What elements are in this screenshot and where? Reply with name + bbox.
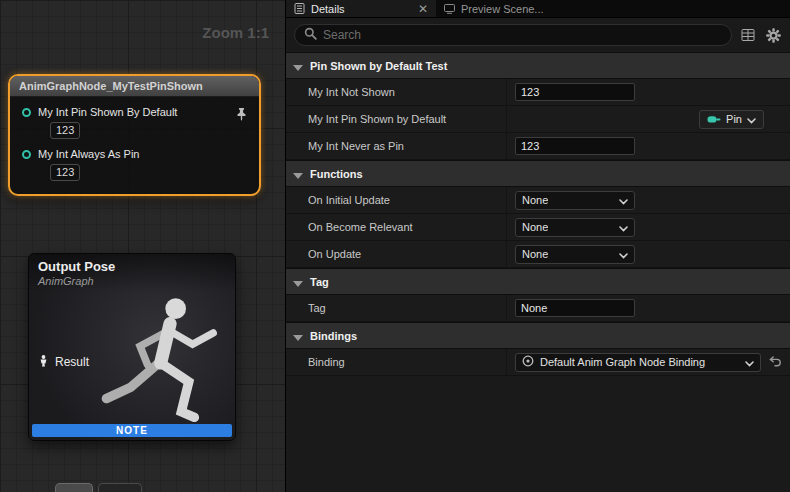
pin-icon bbox=[707, 110, 721, 128]
section-bindings[interactable]: Bindings bbox=[286, 322, 790, 349]
property-row-binding: Binding Default Anim Graph Node Binding bbox=[286, 349, 790, 376]
property-row-my-int-never-as-pin: My Int Never as Pin bbox=[286, 133, 790, 160]
search-icon bbox=[304, 26, 317, 44]
details-panel: Details ✕ Preview Scene... bbox=[286, 0, 790, 492]
property-value: Pin bbox=[506, 106, 790, 132]
binding-icon bbox=[522, 353, 534, 371]
on-initial-update-dropdown[interactable]: None bbox=[515, 191, 635, 210]
property-value: None bbox=[506, 187, 790, 213]
chevron-down-icon bbox=[619, 191, 628, 209]
result-pin-label: Result bbox=[55, 355, 89, 369]
section-title: Bindings bbox=[310, 330, 357, 342]
preview-scene-tab-icon bbox=[444, 0, 455, 18]
pin-label: My Int Pin Shown By Default bbox=[38, 106, 177, 118]
property-value: None bbox=[506, 214, 790, 240]
property-row-on-become-relevant: On Become Relevant None bbox=[286, 214, 790, 241]
pin-value-box[interactable]: 123 bbox=[50, 164, 80, 181]
tab-details[interactable]: Details ✕ bbox=[286, 0, 436, 17]
my-int-never-as-pin-input[interactable] bbox=[515, 137, 635, 155]
tab-preview-scene[interactable]: Preview Scene... bbox=[436, 0, 552, 17]
property-row-on-update: On Update None bbox=[286, 241, 790, 268]
pin-dropdown-value: Pin bbox=[726, 113, 742, 125]
section-functions[interactable]: Functions bbox=[286, 160, 790, 187]
search-bar bbox=[286, 18, 790, 52]
on-update-dropdown[interactable]: None bbox=[515, 245, 635, 264]
property-value: None bbox=[506, 241, 790, 267]
property-value bbox=[506, 79, 790, 105]
dropdown-value: None bbox=[522, 248, 548, 260]
tab-details-label: Details bbox=[311, 3, 345, 15]
property-label: My Int Never as Pin bbox=[286, 140, 506, 152]
details-tab-icon bbox=[294, 0, 305, 18]
property-label: Tag bbox=[286, 302, 506, 314]
settings-gear-icon[interactable] bbox=[764, 26, 782, 44]
pin-visibility-dropdown[interactable]: Pin bbox=[699, 110, 764, 129]
on-become-relevant-dropdown[interactable]: None bbox=[515, 218, 635, 237]
note-banner[interactable]: NOTE bbox=[32, 424, 232, 437]
pin-label: My Int Always As Pin bbox=[38, 148, 139, 160]
section-title: Pin Shown by Default Test bbox=[310, 60, 447, 72]
search-box[interactable] bbox=[294, 24, 732, 46]
section-tag[interactable]: Tag bbox=[286, 268, 790, 295]
property-row-on-initial-update: On Initial Update None bbox=[286, 187, 790, 214]
section-title: Tag bbox=[310, 276, 329, 288]
pose-pin-icon[interactable] bbox=[38, 353, 49, 371]
reset-to-default-icon[interactable] bbox=[769, 353, 782, 371]
node-body: My Int Pin Shown By Default 123 My Int A… bbox=[10, 97, 259, 194]
property-label: Binding bbox=[286, 356, 506, 368]
pin-row: My Int Always As Pin 123 bbox=[10, 148, 259, 181]
chevron-down-icon bbox=[293, 273, 303, 291]
pin-value-box[interactable]: 123 bbox=[50, 122, 80, 139]
property-row-my-int-not-shown: My Int Not Shown bbox=[286, 79, 790, 106]
binding-dropdown-value: Default Anim Graph Node Binding bbox=[540, 356, 739, 368]
property-row-my-int-pin-shown-by-default: My Int Pin Shown by Default Pin bbox=[286, 106, 790, 133]
chevron-down-icon bbox=[747, 110, 756, 128]
property-label: My Int Pin Shown by Default bbox=[286, 113, 506, 125]
dropdown-value: None bbox=[522, 221, 548, 233]
chevron-down-icon bbox=[745, 353, 754, 371]
node-subtitle: AnimGraph bbox=[38, 275, 226, 287]
property-list: Pin Shown by Default Test My Int Not Sho… bbox=[286, 52, 790, 492]
thumbtack-icon[interactable] bbox=[236, 107, 247, 125]
tab-preview-label: Preview Scene... bbox=[461, 3, 544, 15]
mannequin-preview-image bbox=[81, 288, 231, 438]
property-label: On Initial Update bbox=[286, 194, 506, 206]
binding-dropdown[interactable]: Default Anim Graph Node Binding bbox=[515, 353, 761, 372]
node-header: Output Pose AnimGraph bbox=[29, 254, 235, 292]
node-title: AnimGraphNode_MyTestPinShown bbox=[10, 76, 259, 97]
property-value bbox=[506, 295, 790, 321]
app-window: Zoom 1:1 AnimGraphNode_MyTestPinShown My… bbox=[0, 0, 790, 492]
result-pin-row: Result bbox=[38, 353, 89, 371]
dropdown-value: None bbox=[522, 194, 548, 206]
property-label: On Become Relevant bbox=[286, 221, 506, 233]
chevron-down-icon bbox=[619, 245, 628, 263]
partial-node[interactable] bbox=[98, 483, 142, 492]
node-title: Output Pose bbox=[38, 259, 226, 274]
int-pin-icon[interactable] bbox=[22, 108, 31, 117]
chevron-down-icon bbox=[293, 327, 303, 345]
int-pin-icon[interactable] bbox=[22, 150, 31, 159]
my-int-not-shown-input[interactable] bbox=[515, 83, 635, 101]
anim-graph-canvas[interactable]: Zoom 1:1 AnimGraphNode_MyTestPinShown My… bbox=[0, 0, 286, 492]
search-input[interactable] bbox=[323, 28, 722, 42]
output-pose-node[interactable]: Output Pose AnimGraph Result NOTE bbox=[28, 253, 236, 441]
property-value: Default Anim Graph Node Binding bbox=[506, 349, 790, 375]
property-row-tag: Tag bbox=[286, 295, 790, 322]
tag-input[interactable] bbox=[515, 299, 635, 317]
chevron-down-icon bbox=[293, 165, 303, 183]
pin-row: My Int Pin Shown By Default 123 bbox=[10, 106, 259, 139]
property-value bbox=[506, 133, 790, 159]
section-pin-shown-by-default-test[interactable]: Pin Shown by Default Test bbox=[286, 52, 790, 79]
chevron-down-icon bbox=[619, 218, 628, 236]
zoom-level-label: Zoom 1:1 bbox=[202, 24, 269, 41]
partial-node[interactable] bbox=[55, 483, 93, 492]
tab-bar: Details ✕ Preview Scene... bbox=[286, 0, 790, 18]
anim-graph-test-node[interactable]: AnimGraphNode_MyTestPinShown My Int Pin … bbox=[8, 74, 261, 196]
chevron-down-icon bbox=[293, 57, 303, 75]
property-label: My Int Not Shown bbox=[286, 86, 506, 98]
close-icon[interactable]: ✕ bbox=[418, 3, 428, 15]
property-label: On Update bbox=[286, 248, 506, 260]
display-filters-icon[interactable] bbox=[739, 26, 757, 44]
section-title: Functions bbox=[310, 168, 363, 180]
